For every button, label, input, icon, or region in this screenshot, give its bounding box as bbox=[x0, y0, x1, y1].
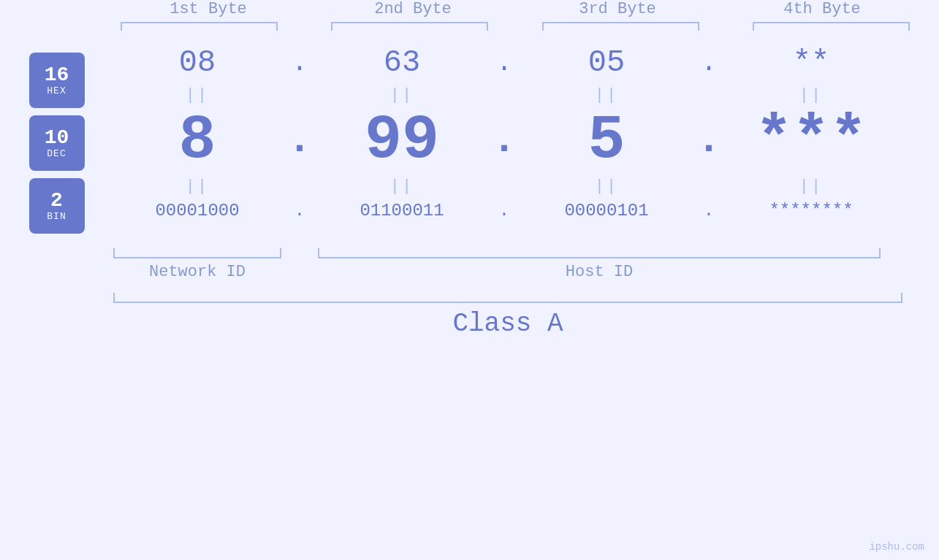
dec-dot1: . bbox=[281, 120, 318, 161]
dec-badge: 10 DEC bbox=[29, 115, 85, 171]
dec-dot3: . bbox=[691, 120, 727, 161]
bracket-byte1 bbox=[121, 22, 278, 31]
main-layout: 1st Byte 2nd Byte 3rd Byte 4th Byte 16 H… bbox=[0, 0, 939, 339]
bottom-bracket-network bbox=[113, 248, 281, 258]
hex-dot2: . bbox=[486, 48, 522, 78]
badges-stack: 16 HEX 10 DEC 2 BIN bbox=[0, 38, 113, 248]
sep-row-2: || || || || bbox=[113, 172, 917, 201]
bracket-byte3 bbox=[542, 22, 699, 31]
bin-dot3: . bbox=[691, 201, 727, 220]
dec-b1: 8 bbox=[113, 110, 281, 172]
eq2-b2: || bbox=[318, 177, 486, 196]
dec-b4: *** bbox=[727, 110, 895, 172]
bin-row: 00001000 . 01100011 . 00000101 . *******… bbox=[113, 201, 917, 220]
eq1-b2: || bbox=[318, 86, 486, 104]
class-bracket bbox=[113, 293, 902, 303]
hex-b3: 05 bbox=[522, 45, 691, 80]
class-bracket-container: Class A bbox=[113, 293, 902, 339]
data-grid: 08 . 63 . 05 . ** || || || || 8 . bbox=[113, 38, 939, 248]
bin-b4: ******** bbox=[727, 201, 895, 220]
hex-b1: 08 bbox=[113, 45, 281, 80]
bin-b3: 00000101 bbox=[522, 201, 691, 220]
watermark: ipshu.com bbox=[869, 541, 924, 553]
byte1-header: 1st Byte bbox=[121, 0, 296, 18]
byte3-header: 3rd Byte bbox=[530, 0, 705, 18]
hex-badge-number: 16 bbox=[45, 65, 69, 85]
hex-row: 08 . 63 . 05 . ** bbox=[113, 45, 917, 80]
hex-dot3: . bbox=[691, 48, 727, 78]
hex-dot1: . bbox=[281, 48, 318, 78]
bin-badge-number: 2 bbox=[50, 191, 63, 211]
bottom-brackets bbox=[113, 248, 917, 258]
bin-dot2: . bbox=[486, 201, 522, 220]
eq1-b4: || bbox=[727, 86, 895, 104]
dec-b3: 5 bbox=[522, 110, 691, 172]
data-rows: 16 HEX 10 DEC 2 BIN 08 . 63 . 05 . ** bbox=[0, 38, 939, 248]
eq1-b3: || bbox=[522, 86, 691, 104]
bin-badge: 2 BIN bbox=[29, 178, 85, 234]
eq2-b4: || bbox=[727, 177, 895, 196]
top-brackets bbox=[113, 22, 917, 31]
bottom-bracket-host bbox=[318, 248, 881, 258]
dec-row: 8 . 99 . 5 . *** bbox=[113, 110, 917, 172]
dec-badge-label: DEC bbox=[47, 148, 66, 159]
bracket-spacer1 bbox=[281, 248, 318, 258]
eq2-b1: || bbox=[113, 177, 281, 196]
bracket-byte4 bbox=[753, 22, 910, 31]
class-label: Class A bbox=[113, 309, 902, 339]
hex-badge-label: HEX bbox=[47, 85, 66, 96]
byte-headers: 1st Byte 2nd Byte 3rd Byte 4th Byte bbox=[113, 0, 917, 18]
bin-b1: 00001000 bbox=[113, 201, 281, 220]
bin-b2: 01100011 bbox=[318, 201, 486, 220]
dec-b2: 99 bbox=[318, 110, 486, 172]
host-id-label: Host ID bbox=[318, 263, 881, 281]
id-labels: Network ID Host ID bbox=[113, 263, 917, 281]
bin-badge-label: BIN bbox=[47, 211, 66, 222]
bin-dot1: . bbox=[281, 201, 318, 220]
eq2-b3: || bbox=[522, 177, 691, 196]
network-id-label: Network ID bbox=[113, 263, 281, 281]
hex-badge: 16 HEX bbox=[29, 53, 85, 108]
eq1-b1: || bbox=[113, 86, 281, 104]
dec-badge-number: 10 bbox=[45, 128, 69, 148]
hex-b4: ** bbox=[727, 45, 895, 80]
dec-dot2: . bbox=[486, 120, 522, 161]
label-spacer1 bbox=[281, 263, 318, 281]
hex-b2: 63 bbox=[318, 45, 486, 80]
bracket-byte2 bbox=[331, 22, 488, 31]
byte4-header: 4th Byte bbox=[734, 0, 910, 18]
byte2-header: 2nd Byte bbox=[325, 0, 501, 18]
